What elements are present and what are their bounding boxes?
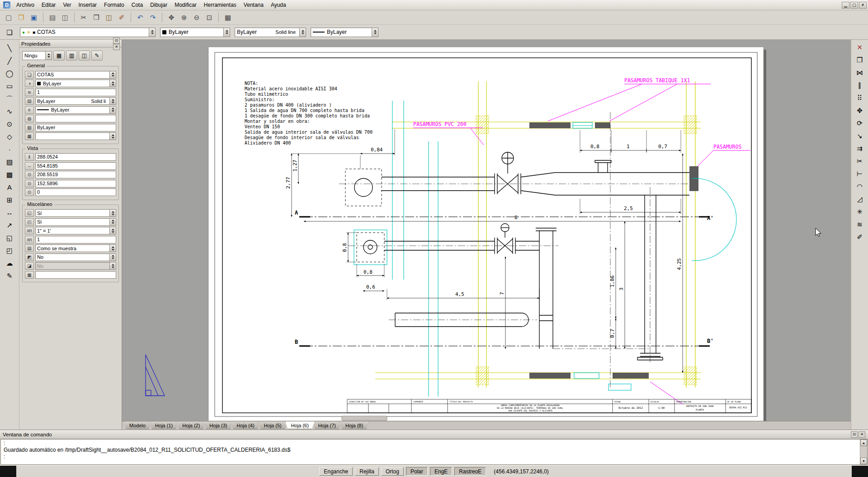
combo-arrows-icon[interactable]	[299, 28, 306, 37]
dimension-button[interactable]: ↔	[3, 207, 16, 218]
plot-style-field[interactable]: ByLayer	[35, 124, 116, 131]
gradient-button[interactable]: ▩	[3, 169, 16, 180]
toggle-enganche[interactable]: Enganche	[319, 467, 353, 476]
save-button[interactable]: ▣	[28, 12, 40, 23]
tab-hoja-4-[interactable]: Hoja (4)	[231, 421, 260, 429]
width-field[interactable]: 152.5896	[35, 180, 116, 187]
weld-button[interactable]: ≋	[854, 219, 866, 230]
offset-button[interactable]: ∥	[854, 80, 866, 91]
command-input-area[interactable]: :Guardado automático en /tmp/DraftSight_…	[0, 439, 868, 465]
toggle-rejilla[interactable]: Rejilla	[355, 467, 379, 476]
table-view-button[interactable]: ▥	[66, 51, 77, 61]
close-button[interactable]: ✕	[859, 2, 867, 9]
minimize-button[interactable]: ▁	[842, 2, 849, 9]
combo-arrows-icon[interactable]	[109, 262, 116, 269]
properties-toggle-button[interactable]: ▦	[222, 12, 234, 23]
property-painter-button[interactable]: ✐	[854, 231, 866, 243]
menu-modificar[interactable]: Modificar	[171, 0, 200, 9]
block-button[interactable]: ◱	[3, 232, 16, 243]
explode-button[interactable]: ✳	[854, 206, 866, 217]
text-button[interactable]: A	[3, 182, 16, 193]
combo-arrows-icon[interactable]	[45, 51, 52, 60]
tab-hoja-3-[interactable]: Hoja (3)	[203, 421, 233, 429]
tab-hoja-5-[interactable]: Hoja (5)	[258, 421, 288, 429]
insert-block-button[interactable]: ◰	[3, 245, 16, 256]
zoom-in-button[interactable]: ⊕	[178, 12, 190, 23]
center-x-field[interactable]: 554.8185	[35, 162, 116, 170]
custom-scale-field[interactable]: 1	[35, 236, 116, 243]
combo-arrows-icon[interactable]	[109, 245, 116, 252]
scrollbar-trough[interactable]	[860, 446, 867, 458]
center-y-field[interactable]: 288.0524	[35, 153, 116, 161]
copy-entity-button[interactable]: ❐	[854, 54, 866, 65]
combo-arrows-icon[interactable]	[109, 254, 116, 261]
properties-float-button[interactable]: ⊡	[113, 37, 120, 44]
annotation-scale-combo[interactable]: No	[35, 262, 116, 270]
enabled-combo[interactable]: Sí	[35, 209, 116, 217]
shade-plot-field[interactable]	[35, 271, 116, 279]
menu-insertar[interactable]: Insertar	[75, 0, 100, 9]
undo-button[interactable]: ↶	[134, 12, 146, 23]
trim-button[interactable]: ✂	[854, 155, 866, 167]
tab-hoja-6-[interactable]: Hoja (6)	[285, 421, 315, 429]
menu-dibujar[interactable]: Dibujar	[146, 0, 171, 9]
construction-line-button[interactable]: ╱	[3, 55, 16, 66]
clipped-combo[interactable]: Sí	[35, 218, 116, 226]
extend-button[interactable]: ⊢	[854, 168, 866, 179]
entity-selector-combo[interactable]: Ningu	[22, 51, 52, 60]
zoom-out-button[interactable]: ⊖	[191, 12, 203, 23]
move-button[interactable]: ✥	[854, 105, 866, 116]
menu-formato[interactable]: Formato	[100, 0, 128, 9]
canvas-scroll-thumb[interactable]	[342, 416, 387, 421]
rotate-button[interactable]: ⟳	[854, 117, 866, 129]
table-button[interactable]: ⊞	[3, 194, 16, 206]
combo-arrows-icon[interactable]	[109, 133, 116, 140]
new-button[interactable]: ▢	[3, 12, 14, 23]
combo-arrows-icon[interactable]	[372, 28, 378, 37]
layer-manager-button[interactable]: ❏	[4, 26, 15, 38]
command-close-button[interactable]: ✕	[859, 431, 865, 438]
quick-select-button[interactable]: ◫	[79, 51, 90, 61]
height-field[interactable]: 208.5519	[35, 171, 116, 178]
select-matching-button[interactable]: ▦	[53, 51, 65, 61]
ucs-per-viewport-combo[interactable]: Como se muestra	[35, 244, 116, 252]
toggle-polar[interactable]: Polar	[406, 467, 428, 476]
scroll-down-icon[interactable]: ▼	[860, 458, 867, 464]
combo-arrows-icon[interactable]	[149, 28, 155, 37]
combo-arrows-icon[interactable]	[109, 98, 116, 104]
menu-ver[interactable]: Ver	[59, 0, 75, 9]
stretch-button[interactable]: ⇉	[854, 143, 866, 154]
print-button[interactable]: ▤	[47, 12, 58, 23]
redo-button[interactable]: ↷	[147, 12, 159, 23]
command-window-header[interactable]: Ventana de comando ⊡✕	[0, 430, 868, 439]
layer-combo[interactable]: ●☀■ COTAS	[20, 28, 156, 37]
copy-button[interactable]: ❐	[90, 12, 102, 23]
linestyle-combo[interactable]: ByLayerSolid li	[35, 97, 116, 105]
scale-button[interactable]: ↘	[854, 130, 866, 141]
menu-archivo[interactable]: Archivo	[13, 0, 38, 9]
line-button[interactable]: ╲	[3, 42, 16, 54]
revision-cloud-button[interactable]: ☁	[3, 257, 16, 269]
drawing-area[interactable]: NOTA:Material acero inoxidable AISI 304T…	[122, 40, 851, 421]
combo-arrows-icon[interactable]	[223, 28, 230, 37]
lineweight-combo[interactable]: ByLayer	[311, 28, 378, 37]
layer-combo[interactable]: COTAS	[35, 71, 116, 79]
linestyle-scale-field[interactable]: 1	[35, 89, 116, 96]
toggle-ortog[interactable]: Ortog	[381, 467, 404, 476]
tab-hoja-2-[interactable]: Hoja (2)	[176, 421, 206, 429]
combo-arrows-icon[interactable]	[109, 80, 116, 87]
combo-arrows-icon[interactable]	[109, 71, 116, 78]
point-button[interactable]: ∙	[3, 144, 16, 155]
line-color-combo[interactable]: ByLayer	[160, 28, 230, 37]
command-scrollbar[interactable]: ▲ ▼	[860, 440, 867, 464]
maximize-button[interactable]: ▢	[850, 2, 858, 9]
standard-scale-combo[interactable]: 1" = 1'	[35, 227, 116, 234]
format-painter-button[interactable]: ✐	[116, 12, 127, 23]
zoom-window-button[interactable]: ⊡	[203, 12, 215, 23]
circle-button[interactable]: ◯	[3, 68, 16, 79]
tab-hoja-7-[interactable]: Hoja (7)	[312, 421, 342, 429]
toggle-rastreoe[interactable]: RastreoE	[454, 467, 486, 476]
leader-button[interactable]: ↗	[3, 220, 16, 231]
rectangle-button[interactable]: ▭	[3, 80, 16, 92]
pattern-button[interactable]: ⠿	[854, 92, 866, 103]
